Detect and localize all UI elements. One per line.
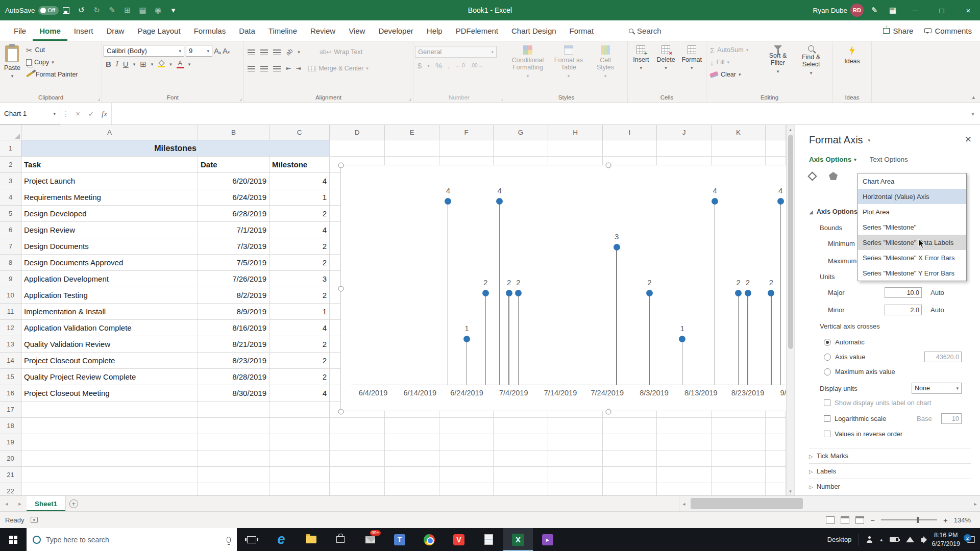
row-header-6[interactable]: 6: [0, 222, 21, 238]
dropdown-item-2[interactable]: Plot Area: [858, 204, 966, 219]
ideas-button[interactable]: Ideas: [842, 43, 863, 90]
tab-data[interactable]: Data: [232, 20, 262, 41]
cell[interactable]: Application Testing: [21, 287, 198, 304]
paste-button[interactable]: Paste▾: [2, 43, 23, 90]
cell[interactable]: [21, 402, 198, 418]
column-header-d[interactable]: D: [330, 125, 385, 140]
table-icon[interactable]: ⊞: [120, 3, 135, 17]
cell[interactable]: [657, 483, 712, 495]
checkbox-show-display-units[interactable]: Show display units label on chart: [824, 399, 931, 407]
tab-format[interactable]: Format: [563, 20, 601, 41]
file-explorer-taskbar-icon[interactable]: [296, 528, 326, 551]
tab-view[interactable]: View: [342, 20, 372, 41]
cell[interactable]: [385, 418, 439, 434]
cell[interactable]: [657, 450, 712, 467]
notepad-taskbar-icon[interactable]: [474, 528, 503, 551]
tab-draw[interactable]: Draw: [100, 20, 131, 41]
row-header-3[interactable]: 3: [0, 173, 21, 189]
cell[interactable]: [330, 140, 385, 157]
cell[interactable]: [603, 418, 657, 434]
cell[interactable]: [198, 434, 270, 450]
cell[interactable]: 2: [270, 238, 330, 255]
avatar[interactable]: RD: [850, 4, 864, 17]
cell[interactable]: 3: [270, 271, 330, 287]
cell[interactable]: [439, 140, 494, 157]
cell[interactable]: 2: [270, 336, 330, 353]
cell[interactable]: [494, 467, 548, 483]
horizontal-scrollbar[interactable]: ◂ ▸: [679, 496, 980, 511]
row-header-5[interactable]: 5: [0, 206, 21, 222]
effects-icon[interactable]: [829, 172, 838, 180]
wrap-text-button[interactable]: ab↩Wrap Text: [317, 46, 364, 58]
format-painter-button[interactable]: Format Painter: [24, 68, 80, 81]
redo-icon[interactable]: ↻: [89, 3, 105, 17]
row-header-15[interactable]: 15: [0, 369, 21, 385]
decrease-decimal-icon[interactable]: .00→: [471, 63, 483, 68]
cell[interactable]: [21, 434, 198, 450]
scroll-right-icon[interactable]: ▸: [971, 501, 980, 507]
vivaldi-taskbar-icon[interactable]: V: [444, 528, 474, 551]
row-header-16[interactable]: 16: [0, 385, 21, 402]
insert-cells-button[interactable]: + Insert▾: [629, 43, 653, 90]
row-header-22[interactable]: 22: [0, 483, 21, 495]
cell[interactable]: [385, 140, 439, 157]
sheet-nav-left-icon[interactable]: ◂: [0, 496, 13, 511]
orientation-icon[interactable]: ab: [285, 47, 294, 57]
page-layout-view-icon[interactable]: [841, 516, 849, 524]
chart-point[interactable]: [768, 290, 774, 296]
bold-icon[interactable]: B: [106, 60, 111, 68]
cell[interactable]: [21, 450, 198, 467]
cell[interactable]: [385, 450, 439, 467]
cell[interactable]: 2: [270, 353, 330, 369]
tab-home[interactable]: Home: [33, 20, 67, 41]
milestone-chart[interactable]: 412422321422246/4/20196/14/20196/24/2019…: [340, 165, 786, 411]
row-header-1[interactable]: 1: [0, 140, 21, 157]
sort-filter-button[interactable]: Sort & Filter▾: [762, 43, 794, 90]
edge-taskbar-icon[interactable]: e: [266, 528, 296, 551]
cell[interactable]: [385, 434, 439, 450]
chart-point[interactable]: [496, 198, 503, 205]
cell[interactable]: [270, 434, 330, 450]
row-header-11[interactable]: 11: [0, 304, 21, 320]
enter-icon[interactable]: ✓: [85, 103, 98, 124]
dropdown-item-5[interactable]: Series "Milestone" X Error Bars: [858, 250, 966, 265]
comma-icon[interactable]: ,: [448, 62, 450, 69]
dropdown-item-3[interactable]: Series "Milestone": [858, 219, 966, 235]
cell[interactable]: [657, 418, 712, 434]
chart-point[interactable]: [515, 290, 522, 296]
cell[interactable]: [385, 483, 439, 495]
column-header-e[interactable]: E: [385, 125, 439, 140]
tab-formulas[interactable]: Formulas: [187, 20, 233, 41]
column-header-j[interactable]: J: [657, 125, 712, 140]
row-header-4[interactable]: 4: [0, 189, 21, 206]
name-box[interactable]: Chart 1▾: [0, 103, 60, 124]
clock[interactable]: 8:16 PM 6/27/2019: [932, 531, 960, 548]
insert-function-icon[interactable]: fx: [98, 103, 111, 124]
cell[interactable]: 6/20/2019: [198, 173, 270, 189]
cell[interactable]: [198, 402, 270, 418]
cell[interactable]: [712, 450, 766, 467]
tab-axis-options[interactable]: Axis Options▾: [809, 156, 856, 163]
font-color-icon[interactable]: A: [177, 60, 184, 68]
radio-automatic[interactable]: Automatic: [824, 338, 865, 346]
grow-font-icon[interactable]: A▴: [214, 47, 221, 55]
cell[interactable]: 8/30/2019: [198, 385, 270, 402]
align-center-icon[interactable]: [260, 66, 268, 71]
mic-icon[interactable]: [227, 537, 231, 543]
cancel-icon[interactable]: ×: [71, 103, 85, 124]
cell[interactable]: 2: [270, 369, 330, 385]
formula-bar-expand-icon[interactable]: ▾: [966, 103, 980, 124]
column-header-f[interactable]: F: [439, 125, 494, 140]
currency-icon[interactable]: $: [418, 62, 422, 69]
cell[interactable]: Design Developed: [21, 206, 198, 222]
scroll-left-icon[interactable]: ◂: [679, 501, 689, 507]
grid-icon[interactable]: ▦: [135, 3, 151, 17]
cell[interactable]: [603, 434, 657, 450]
cell[interactable]: 6/24/2019: [198, 189, 270, 206]
undo-icon[interactable]: ↺: [74, 3, 89, 17]
cell[interactable]: [712, 434, 766, 450]
cell[interactable]: [657, 140, 712, 157]
cell[interactable]: Project Closeout Complete: [21, 353, 198, 369]
people-icon[interactable]: [866, 536, 873, 543]
cell[interactable]: 8/9/2019: [198, 304, 270, 320]
